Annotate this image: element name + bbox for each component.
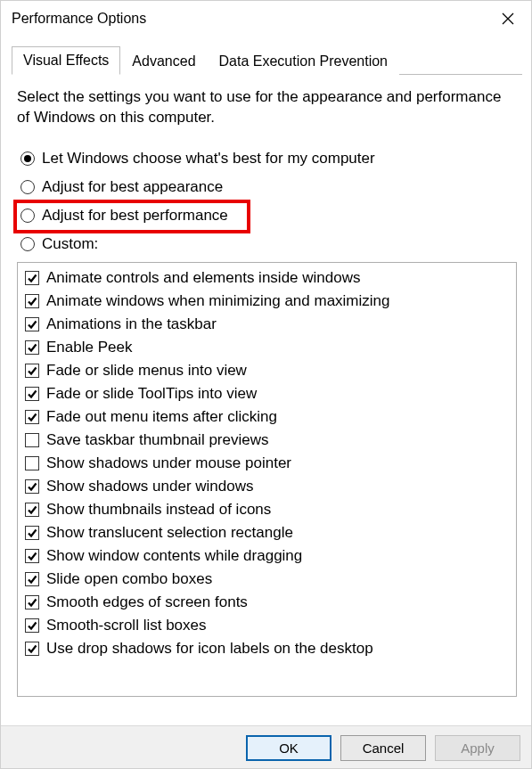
option-row[interactable]: Animations in the taskbar bbox=[25, 313, 512, 336]
option-label: Animate windows when minimizing and maxi… bbox=[46, 292, 390, 310]
option-row[interactable]: Enable Peek bbox=[25, 336, 512, 359]
radio-row[interactable]: Custom: bbox=[17, 230, 522, 258]
radio-icon bbox=[20, 209, 35, 223]
radio-label: Adjust for best appearance bbox=[42, 178, 223, 196]
checkbox-icon bbox=[25, 572, 39, 586]
option-row[interactable]: Show shadows under mouse pointer bbox=[25, 452, 512, 475]
tab-advanced[interactable]: Advanced bbox=[120, 47, 207, 75]
option-label: Show thumbnails instead of icons bbox=[46, 501, 271, 519]
checkbox-icon bbox=[25, 595, 39, 609]
checkbox-icon bbox=[25, 364, 39, 378]
option-row[interactable]: Animate windows when minimizing and maxi… bbox=[25, 290, 512, 313]
radio-row[interactable]: Adjust for best appearance bbox=[17, 173, 522, 201]
checkbox-icon bbox=[25, 456, 39, 470]
checkbox-icon bbox=[25, 317, 39, 331]
checkbox-icon bbox=[25, 642, 39, 656]
checkbox-icon bbox=[25, 618, 39, 633]
close-button[interactable] bbox=[492, 6, 524, 31]
description-text: Select the settings you want to use for … bbox=[17, 87, 517, 128]
option-row[interactable]: Show translucent selection rectangle bbox=[25, 521, 512, 544]
option-row[interactable]: Fade out menu items after clicking bbox=[25, 405, 512, 429]
option-label: Show window contents while dragging bbox=[46, 547, 302, 565]
option-label: Show translucent selection rectangle bbox=[46, 524, 293, 542]
button-bar: OK Cancel Apply bbox=[1, 725, 532, 769]
radio-label: Let Windows choose what's best for my co… bbox=[42, 150, 375, 168]
radio-row[interactable]: Let Windows choose what's best for my co… bbox=[17, 144, 522, 173]
radio-label: Custom: bbox=[42, 235, 98, 253]
checkbox-icon bbox=[25, 433, 39, 447]
radio-label: Adjust for best performance bbox=[42, 207, 228, 225]
option-row[interactable]: Fade or slide ToolTips into view bbox=[25, 382, 512, 405]
option-label: Smooth edges of screen fonts bbox=[46, 593, 248, 611]
option-label: Save taskbar thumbnail previews bbox=[46, 431, 268, 449]
checkbox-icon bbox=[25, 387, 39, 401]
option-label: Use drop shadows for icon labels on the … bbox=[46, 640, 373, 658]
option-label: Show shadows under windows bbox=[46, 478, 253, 495]
option-row[interactable]: Save taskbar thumbnail previews bbox=[25, 429, 512, 452]
cancel-button[interactable]: Cancel bbox=[340, 735, 426, 761]
checkbox-icon bbox=[25, 503, 39, 517]
radio-group: Let Windows choose what's best for my co… bbox=[17, 144, 522, 258]
checkbox-icon bbox=[25, 410, 39, 424]
option-row[interactable]: Show shadows under windows bbox=[25, 475, 512, 498]
option-row[interactable]: Show thumbnails instead of icons bbox=[25, 498, 512, 521]
tab-visual-effects[interactable]: Visual Effects bbox=[12, 46, 120, 75]
option-label: Slide open combo boxes bbox=[46, 570, 212, 588]
checkbox-icon bbox=[25, 549, 39, 563]
option-row[interactable]: Slide open combo boxes bbox=[25, 568, 512, 591]
option-row[interactable]: Fade or slide menus into view bbox=[25, 359, 512, 382]
option-row[interactable]: Animate controls and elements inside win… bbox=[25, 266, 512, 290]
option-row[interactable]: Show window contents while dragging bbox=[25, 544, 512, 568]
option-row[interactable]: Smooth edges of screen fonts bbox=[25, 591, 512, 614]
tab-strip: Visual EffectsAdvancedData Execution Pre… bbox=[12, 45, 522, 75]
apply-button[interactable]: Apply bbox=[435, 735, 520, 761]
radio-icon bbox=[20, 180, 35, 194]
option-label: Animate controls and elements inside win… bbox=[46, 269, 360, 287]
option-row[interactable]: Use drop shadows for icon labels on the … bbox=[25, 637, 512, 660]
checkbox-icon bbox=[25, 479, 39, 494]
close-icon bbox=[502, 12, 514, 25]
window-title: Performance Options bbox=[12, 11, 146, 27]
option-label: Animations in the taskbar bbox=[46, 315, 217, 333]
option-label: Enable Peek bbox=[46, 339, 132, 356]
option-label: Fade or slide ToolTips into view bbox=[46, 385, 257, 403]
radio-icon bbox=[20, 151, 35, 166]
checkbox-icon bbox=[25, 271, 39, 285]
option-label: Show shadows under mouse pointer bbox=[46, 454, 291, 472]
checkbox-icon bbox=[25, 526, 39, 540]
radio-icon bbox=[20, 237, 35, 251]
option-label: Smooth-scroll list boxes bbox=[46, 617, 207, 634]
options-list: Animate controls and elements inside win… bbox=[17, 262, 517, 697]
radio-row[interactable]: Adjust for best performance bbox=[17, 201, 522, 230]
option-label: Fade out menu items after clicking bbox=[46, 408, 277, 426]
checkbox-icon bbox=[25, 294, 39, 308]
checkbox-icon bbox=[25, 340, 39, 355]
tab-data-execution-prevention[interactable]: Data Execution Prevention bbox=[208, 47, 399, 75]
title-bar: Performance Options bbox=[1, 1, 532, 37]
option-label: Fade or slide menus into view bbox=[46, 362, 247, 380]
ok-button[interactable]: OK bbox=[246, 735, 331, 761]
option-row[interactable]: Smooth-scroll list boxes bbox=[25, 614, 512, 637]
